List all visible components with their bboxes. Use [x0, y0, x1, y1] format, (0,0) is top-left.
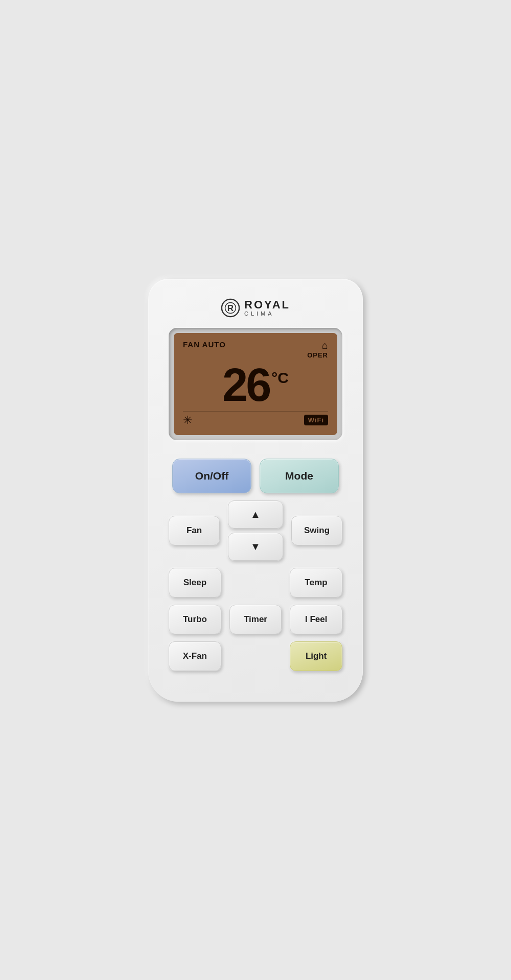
row-turbo-timer-ifeel: Turbo Timer I Feel — [169, 605, 342, 634]
temp-button[interactable]: Temp — [290, 568, 342, 597]
svg-text:R: R — [227, 303, 234, 313]
sleep-button[interactable]: Sleep — [169, 568, 221, 597]
lcd-temperature-display: 26 °C — [183, 362, 328, 408]
remote-control: R ROYAL CLIMA FAN AUTO ⌂ OPER 26 °C ✳ — [148, 279, 363, 702]
buttons-section: On/Off Mode Fan ▲ ▼ Swing Sleep Temp Tur… — [169, 459, 342, 671]
on-off-button[interactable]: On/Off — [172, 459, 251, 493]
lcd-top-row: FAN AUTO ⌂ OPER — [183, 340, 328, 359]
i-feel-button[interactable]: I Feel — [290, 605, 342, 634]
lcd-outer: FAN AUTO ⌂ OPER 26 °C ✳ WiFi — [169, 328, 342, 440]
lcd-bottom-row: ✳ WiFi — [183, 414, 328, 427]
lcd-sun-icon: ✳ — [183, 414, 192, 427]
brand-name: ROYAL — [244, 299, 290, 310]
arrow-up-button[interactable]: ▲ — [228, 500, 283, 529]
lcd-temp-unit: °C — [271, 369, 289, 387]
brand-logo-icon: R — [221, 298, 240, 318]
row-xfan-light: X-Fan Light — [169, 641, 342, 671]
brand-text: ROYAL CLIMA — [244, 299, 290, 317]
lcd-wifi-label: WiFi — [304, 415, 328, 425]
row-primary: On/Off Mode — [169, 459, 342, 493]
lcd-temp-number: 26 — [222, 362, 269, 408]
lcd-divider — [183, 411, 328, 412]
fan-button[interactable]: Fan — [169, 516, 220, 545]
arrow-group: ▲ ▼ — [228, 500, 283, 561]
lcd-home-icon: ⌂ — [322, 340, 328, 350]
x-fan-button[interactable]: X-Fan — [169, 641, 221, 671]
swing-button[interactable]: Swing — [291, 516, 342, 545]
row-sleep-temp: Sleep Temp — [169, 568, 342, 597]
light-button[interactable]: Light — [290, 641, 342, 671]
lcd-oper-label: OPER — [307, 351, 328, 359]
arrow-down-button[interactable]: ▼ — [228, 533, 283, 561]
brand-sub: CLIMA — [244, 311, 290, 317]
row-fan-arrows-swing: Fan ▲ ▼ Swing — [169, 500, 342, 561]
turbo-button[interactable]: Turbo — [169, 605, 221, 634]
timer-button[interactable]: Timer — [229, 605, 282, 634]
mode-button[interactable]: Mode — [260, 459, 339, 493]
lcd-top-right: ⌂ OPER — [307, 340, 328, 359]
brand-area: R ROYAL CLIMA — [221, 298, 290, 318]
lcd-fan-auto-label: FAN AUTO — [183, 340, 226, 349]
lcd-screen: FAN AUTO ⌂ OPER 26 °C ✳ WiFi — [174, 333, 337, 435]
